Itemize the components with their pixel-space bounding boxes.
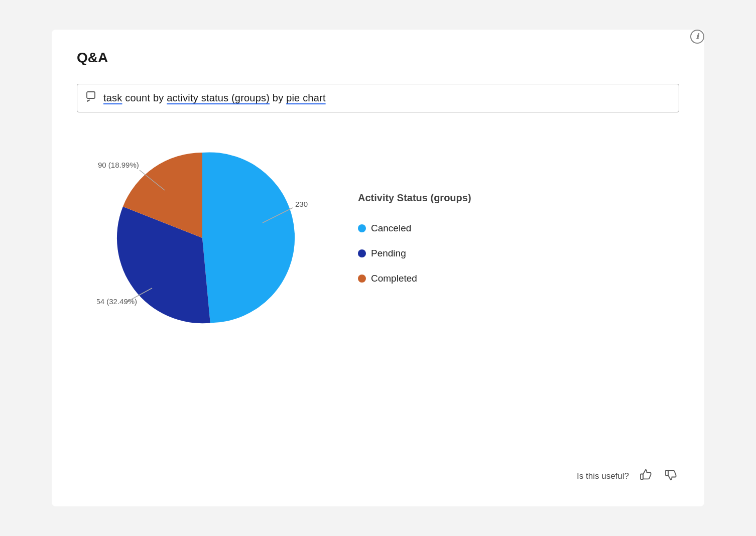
legend-label-canceled: Canceled xyxy=(371,223,411,234)
callout-label-canceled: 230 (48.52%) xyxy=(295,200,308,208)
legend-dot-canceled xyxy=(358,224,366,232)
legend-dot-completed xyxy=(358,275,366,283)
pie-segment-canceled[interactable] xyxy=(202,152,295,323)
legend-item-pending: Pending xyxy=(358,248,471,259)
chart-area: 230 (48.52%) 90 (18.99%) 154 (32.49%) Ac… xyxy=(77,132,679,343)
legend-item-completed: Completed xyxy=(358,273,471,284)
query-word-task: task xyxy=(103,92,122,103)
legend-dot-pending xyxy=(358,249,366,257)
search-box[interactable]: task count by activity status (groups) b… xyxy=(77,84,679,112)
page-title: Q&A xyxy=(77,50,679,66)
feedback-label: Is this useful? xyxy=(577,471,629,481)
svg-rect-0 xyxy=(87,92,95,98)
pie-chart: 230 (48.52%) 90 (18.99%) 154 (32.49%) xyxy=(97,132,308,343)
thumbs-up-button[interactable] xyxy=(637,466,654,486)
query-word-activity-status: activity status (groups) xyxy=(167,92,270,103)
svg-rect-2 xyxy=(666,470,668,476)
callout-label-pending: 154 (32.49%) xyxy=(97,297,137,306)
chart-legend: Activity Status (groups) Canceled Pendin… xyxy=(358,192,471,284)
svg-rect-1 xyxy=(641,474,643,480)
info-icon[interactable]: ℹ xyxy=(690,30,704,44)
search-query-text: task count by activity status (groups) b… xyxy=(103,92,326,104)
thumbs-down-button[interactable] xyxy=(662,466,679,486)
legend-title: Activity Status (groups) xyxy=(358,192,471,204)
chat-icon xyxy=(86,91,97,105)
main-card: ℹ Q&A task count by activity status (gro… xyxy=(52,30,704,506)
legend-label-pending: Pending xyxy=(371,248,406,259)
legend-item-canceled: Canceled xyxy=(358,223,471,234)
feedback-footer: Is this useful? xyxy=(577,466,679,486)
legend-label-completed: Completed xyxy=(371,273,417,284)
query-word-pie-chart: pie chart xyxy=(286,92,326,103)
callout-label-completed: 90 (18.99%) xyxy=(98,161,139,169)
